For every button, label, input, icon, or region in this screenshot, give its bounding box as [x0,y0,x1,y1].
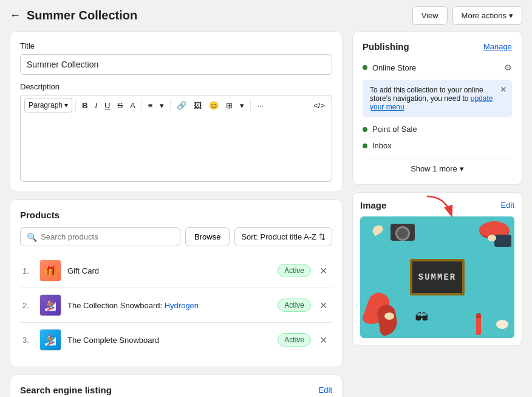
channel-name: Inbox [372,141,512,150]
sort-dropdown[interactable]: Sort: Product title A-Z ⇅ [234,227,332,246]
toolbar-separator-4 [250,100,251,111]
product-list: 1. 🎁 Gift Card Active ✕ 2. 🏂 The Collect [20,254,332,357]
shell-icon [371,223,385,236]
underline-button[interactable]: U [101,98,113,112]
image-edit-button[interactable]: Edit [501,201,514,210]
remove-product-button[interactable]: ✕ [317,299,330,312]
remove-product-button[interactable]: ✕ [317,264,330,278]
search-wrap: 🔍 [20,227,180,246]
editor-toolbar: Paragraph ▾ B I U S A ≡ ▾ 🔗 🖼 😊 ⊞ ▾ ·· [20,95,332,115]
shell-icon [384,312,394,320]
seo-edit-button[interactable]: Edit [319,385,332,395]
chevron-down-icon: ▾ [460,164,464,173]
manage-link[interactable]: Manage [483,42,512,51]
product-name: The Complete Snowboard [67,336,271,345]
banner-text: To add this collection to your online st… [370,86,483,103]
status-badge: Active [278,264,311,277]
seo-title: Search engine listing [20,385,112,395]
table-row: 1. 🎁 Gift Card Active ✕ [20,254,332,288]
channel-row: Inbox [363,137,512,154]
view-button[interactable]: View [412,6,448,25]
chevron-down-icon: ▾ [509,11,513,20]
chevron-down-icon: ⇅ [319,232,326,241]
products-toolbar: 🔍 Browse Sort: Product title A-Z ⇅ [20,227,332,246]
chevron-align-icon[interactable]: ▾ [157,98,167,112]
description-editor[interactable] [20,115,332,182]
sunglasses-icon: 🕶 [415,310,428,326]
remove-product-button[interactable]: ✕ [317,333,330,347]
bold-button[interactable]: B [79,98,90,112]
product-name: The Collection Snowboard: Hydrogen [67,301,271,310]
link-button[interactable]: 🔗 [174,98,189,112]
publishing-header: Publishing Manage [363,41,512,52]
align-button[interactable]: ≡ [145,98,156,112]
status-badge: Active [278,299,311,312]
description-label: Description [20,82,332,91]
product-name: Gift Card [67,266,271,275]
status-dot [363,143,367,148]
image-card: Image Edit [352,192,522,346]
title-input[interactable] [20,54,332,75]
table-row: 3. 🏂 The Complete Snowboard Active ✕ [20,323,332,357]
summer-scene: 🕶 SUMMER [360,216,514,338]
title-description-card: Title Description Paragraph ▾ B I U S A … [10,31,343,192]
publishing-card: Publishing Manage Online Store ⚙ To add … [352,31,522,185]
show-more-label: Show 1 more [411,164,457,173]
product-number: 2. [22,301,33,310]
sort-label: Sort: Product title A-Z [241,232,316,241]
toolbar-separator [75,100,76,111]
channel-name: Point of Sale [372,125,512,134]
products-header: Products [20,210,332,220]
chevron-down-icon: ▾ [64,101,68,109]
channel-row: Point of Sale [363,121,512,137]
back-icon: ← [10,9,21,22]
toolbar-separator-2 [142,100,142,111]
paragraph-dropdown[interactable]: Paragraph ▾ [24,98,72,112]
shell-icon [496,320,508,329]
banner-close-button[interactable]: ✕ [500,85,507,94]
status-dot [363,127,367,132]
back-button[interactable]: ← [10,9,21,22]
wallet-icon [494,235,511,247]
seo-card: Search engine listing Edit [10,375,343,397]
top-bar-actions: View More actions ▾ [412,6,522,25]
product-link[interactable]: Hydrogen [165,301,199,310]
table-chevron-icon[interactable]: ▾ [237,98,247,112]
settings-icon[interactable]: ⚙ [504,63,512,72]
more-actions-label: More actions [462,11,506,20]
product-number: 1. [22,266,33,275]
source-button[interactable]: </> [310,98,328,112]
channel-name: Online Store [372,63,499,72]
page-title: Summer Collection [27,9,137,22]
publishing-title: Publishing [363,41,409,52]
more-actions-button[interactable]: More actions ▾ [452,6,522,25]
product-thumbnail: 🎁 [39,260,61,281]
strikethrough-button[interactable]: S [114,98,126,112]
show-more-button[interactable]: Show 1 more ▾ [363,159,512,174]
product-thumbnail: 🏂 [39,329,61,351]
search-input[interactable] [41,232,174,241]
image-button[interactable]: 🖼 [191,98,205,112]
flipflop2-icon [376,303,399,336]
title-label: Title [20,41,332,50]
status-badge: Active [278,333,311,347]
emoji-button[interactable]: 😊 [206,98,222,112]
image-title: Image [360,200,386,210]
text-color-button[interactable]: A [127,98,138,112]
paragraph-label: Paragraph [29,101,63,109]
status-dot [363,65,367,70]
products-card: Products 🔍 Browse Sort: Product title A-… [10,199,343,367]
decorative-items: 🕶 [360,216,514,338]
toolbar-separator-3 [170,100,171,111]
table-button[interactable]: ⊞ [223,98,236,112]
product-number: 3. [22,336,33,345]
shell-icon [488,235,496,241]
main-layout: Title Description Paragraph ▾ B I U S A … [0,31,532,397]
italic-button[interactable]: I [92,98,100,112]
more-formatting-button[interactable]: ··· [254,98,267,112]
collection-image: 🕶 SUMMER [360,216,514,338]
search-icon: 🔍 [27,232,37,242]
red-arrow-icon [421,193,457,218]
seo-row: Search engine listing Edit [20,385,332,395]
browse-button[interactable]: Browse [185,227,230,246]
